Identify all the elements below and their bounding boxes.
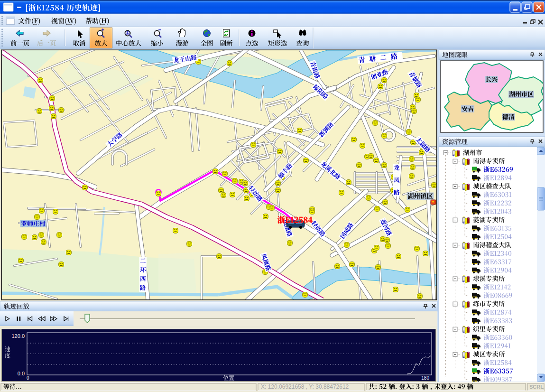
svg-text:180: 180 [421, 375, 429, 381]
svg-text:0.0: 0.0 [18, 371, 25, 376]
svg-text:X: 120.06921658 , Y: 30.884726: X: 120.06921658 , Y: 30.88472612 [261, 383, 349, 390]
svg-text:120.0: 120.0 [11, 333, 25, 339]
svg-text:0: 0 [27, 375, 29, 381]
svg-text:SCRL: SCRL [529, 384, 544, 390]
